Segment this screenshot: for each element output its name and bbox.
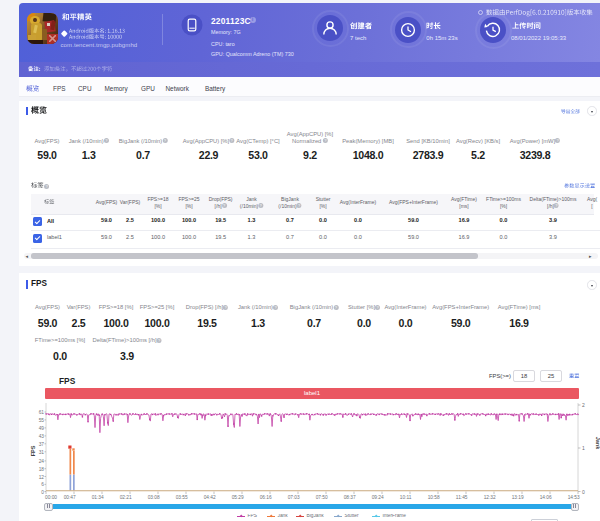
svg-text:06:16: 06:16 bbox=[260, 495, 272, 500]
svg-text:08:37: 08:37 bbox=[344, 495, 356, 500]
svg-text:00:47: 00:47 bbox=[64, 495, 76, 500]
svg-text:03:55: 03:55 bbox=[176, 495, 188, 500]
svg-text:03:08: 03:08 bbox=[148, 495, 160, 500]
svg-text:09:24: 09:24 bbox=[372, 495, 384, 500]
svg-text:31: 31 bbox=[39, 450, 45, 455]
svg-text:0: 0 bbox=[582, 489, 585, 495]
svg-text:10:58: 10:58 bbox=[428, 495, 440, 500]
svg-text:01:34: 01:34 bbox=[92, 495, 104, 500]
svg-text:02:21: 02:21 bbox=[120, 495, 132, 500]
svg-text:Jank: Jank bbox=[595, 437, 600, 450]
svg-text:0: 0 bbox=[41, 490, 44, 495]
svg-text:10:11: 10:11 bbox=[400, 495, 412, 500]
svg-text:49: 49 bbox=[39, 426, 45, 431]
svg-text:04:42: 04:42 bbox=[204, 495, 216, 500]
svg-text:24: 24 bbox=[39, 459, 45, 464]
svg-text:14:53: 14:53 bbox=[568, 495, 580, 500]
svg-text:11:45: 11:45 bbox=[456, 495, 468, 500]
svg-text:18: 18 bbox=[39, 467, 45, 472]
svg-text:43: 43 bbox=[39, 434, 45, 439]
svg-text:00:00: 00:00 bbox=[45, 495, 57, 500]
svg-text:1: 1 bbox=[582, 445, 585, 451]
svg-text:07:03: 07:03 bbox=[288, 495, 300, 500]
svg-text:FPS: FPS bbox=[30, 445, 36, 456]
svg-text:07:50: 07:50 bbox=[316, 495, 328, 500]
svg-text:37: 37 bbox=[39, 442, 45, 447]
svg-text:14:06: 14:06 bbox=[540, 495, 552, 500]
svg-text:61: 61 bbox=[39, 410, 45, 415]
svg-text:05:29: 05:29 bbox=[232, 495, 244, 500]
svg-text:55: 55 bbox=[39, 418, 45, 423]
svg-text:12: 12 bbox=[39, 475, 45, 480]
svg-text:12:32: 12:32 bbox=[484, 495, 496, 500]
svg-text:2: 2 bbox=[582, 402, 585, 408]
svg-text:6: 6 bbox=[41, 482, 44, 487]
svg-text:13:19: 13:19 bbox=[512, 495, 524, 500]
